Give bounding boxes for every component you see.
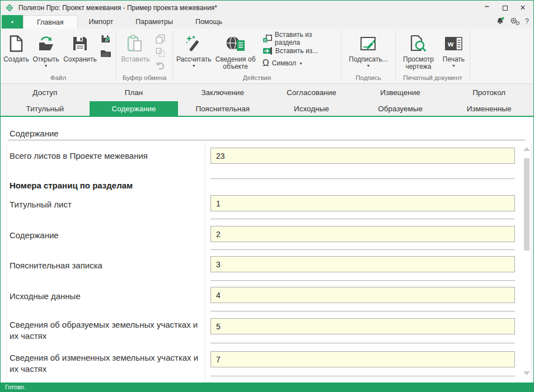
field-label: Содержание <box>10 230 204 241</box>
maximize-button[interactable] <box>498 2 512 13</box>
sign-button[interactable]: Подписать... ▼ <box>344 30 392 74</box>
doc-tab-plan[interactable]: План <box>90 84 179 101</box>
field-label: Титульный лист <box>10 199 204 210</box>
label-field-divider <box>205 143 205 380</box>
help-button[interactable]: ? <box>525 17 529 25</box>
undo-button[interactable] <box>154 59 166 72</box>
title-bar: Полигон Про: Проект межевания - Пример п… <box>1 1 533 15</box>
field-separator <box>210 249 515 250</box>
notifications-button[interactable] <box>496 17 505 25</box>
field-separator <box>210 178 515 179</box>
paste-special-button[interactable] <box>154 46 166 58</box>
new-button[interactable]: Создать <box>2 30 30 74</box>
calculate-button[interactable]: Рассчитать ▼ <box>175 30 213 74</box>
copy-button[interactable] <box>154 32 166 45</box>
folder-icon <box>100 49 111 58</box>
preview-drawing-label: Просмотр чертежа <box>397 56 439 70</box>
gears-icon <box>510 17 520 25</box>
doc-tab-zaklyuchenie[interactable]: Заключение <box>178 84 267 101</box>
open-recent-button[interactable] <box>100 47 112 59</box>
insert-from-section-button[interactable]: Вставить из раздела <box>260 32 338 45</box>
magic-wand-icon <box>185 31 202 56</box>
field-input-contents-page[interactable] <box>210 226 515 242</box>
tab-label: Помощь <box>195 18 222 26</box>
tab-label: Главная <box>37 18 64 26</box>
insert-from-button[interactable]: Вставить из... <box>260 45 338 57</box>
paste-button[interactable]: Вставить <box>118 30 153 74</box>
minimize-button[interactable]: – <box>480 2 494 13</box>
title-rule <box>8 140 525 140</box>
dropdown-arrow-icon: ▼ <box>452 63 456 68</box>
dropdown-arrow-icon: ▼ <box>299 61 303 66</box>
signature-icon <box>359 31 377 56</box>
new-button-label: Создать <box>3 56 29 63</box>
insert-from-section-label: Вставить из раздела <box>275 31 336 46</box>
settings-button[interactable] <box>510 17 520 25</box>
field-input-changed-parcels-page[interactable] <box>210 351 515 367</box>
doc-tab-izmenennye[interactable]: Измененные <box>444 101 533 116</box>
open-button[interactable]: Открыть ▼ <box>30 30 62 74</box>
menu-tab-strip: ▼ Главная Импорт Параметры Помощь ? <box>1 15 533 29</box>
tab-pomosch[interactable]: Помощь <box>184 15 233 29</box>
tab-import[interactable]: Импорт <box>78 15 125 29</box>
document-tabs-row-1: Доступ План Заключение Согласование Изве… <box>1 84 533 101</box>
sign-button-label: Подписать... <box>349 56 387 63</box>
print-button[interactable]: w Печать ▼ <box>439 30 468 74</box>
panel-left-border <box>6 143 7 380</box>
field-input-formed-parcels-page[interactable] <box>210 318 515 334</box>
file-menu-button[interactable]: ▼ <box>2 15 23 29</box>
save-as-button[interactable] <box>100 32 112 45</box>
doc-tab-soglasovanie[interactable]: Согласование <box>267 84 356 101</box>
doc-tab-izveschenie[interactable]: Извещение <box>356 84 445 101</box>
ribbon-group-print: Просмотр чертежа w П <box>396 29 470 83</box>
field-input-total-sheets[interactable] <box>210 148 515 164</box>
tab-glavnaya[interactable]: Главная <box>23 15 78 29</box>
close-button[interactable]: × <box>516 2 530 13</box>
vertical-scrollbar[interactable] <box>523 146 531 376</box>
scroll-up-arrow[interactable] <box>523 147 530 151</box>
chevron-down-icon: ▼ <box>11 20 15 24</box>
dropdown-arrow-icon: ▼ <box>44 63 48 68</box>
doc-tab-titulny[interactable]: Титульный <box>1 101 90 116</box>
dropdown-arrow-icon: ▼ <box>192 63 196 68</box>
doc-tab-poyasnitelnaya[interactable]: Пояснительная <box>178 101 267 116</box>
app-logo-icon <box>5 3 14 12</box>
symbol-button[interactable]: Ω Символ ▼ <box>260 57 338 69</box>
maximize-icon <box>503 6 508 11</box>
ribbon-group-actions: Рассчитать ▼ <box>173 29 341 83</box>
save-as-icon <box>101 34 111 44</box>
doc-tab-soderzhanie[interactable]: Содержание <box>90 101 179 116</box>
field-label: Пояснительная записка <box>10 260 204 271</box>
globe-info-icon <box>226 31 246 56</box>
field-label: Исходные данные <box>10 291 204 302</box>
scroll-thumb[interactable] <box>524 158 530 251</box>
dropdown-arrow-icon: ▼ <box>367 63 371 68</box>
doc-tab-protokol[interactable]: Протокол <box>444 84 533 101</box>
panel-right-border <box>531 143 532 380</box>
copy-icon <box>156 34 165 44</box>
doc-tab-dostup[interactable]: Доступ <box>1 84 90 101</box>
section-header: Номера страниц по разделам <box>10 181 204 190</box>
doc-tab-ishodnye[interactable]: Исходные <box>267 101 356 116</box>
field-input-explanatory-page[interactable] <box>210 256 515 272</box>
doc-tab-obrazuemye[interactable]: Образуемые <box>356 101 445 116</box>
app-window: Полигон Про: Проект межевания - Пример п… <box>0 0 534 392</box>
save-button[interactable]: Сохранить <box>62 30 99 74</box>
scroll-down-arrow[interactable] <box>523 371 530 375</box>
ribbon-group-clipboard: Вставить <box>116 29 172 83</box>
window-title: Полигон Про: Проект межевания - Пример п… <box>18 4 217 12</box>
field-label: Всего листов в Проекте межевания <box>10 150 204 162</box>
form-content: Содержание Всего листов в Проекте межева… <box>1 117 533 382</box>
tab-parametry[interactable]: Параметры <box>124 15 184 29</box>
ribbon-group-label: Буфер обмена <box>118 74 171 83</box>
undo-icon <box>155 62 165 70</box>
open-button-label: Открыть <box>32 56 59 63</box>
field-input-source-data-page[interactable] <box>210 287 515 303</box>
ribbon-group-label: Действия <box>175 74 339 83</box>
field-input-title-page[interactable] <box>210 195 515 211</box>
object-info-button[interactable]: Сведения об объекте <box>213 30 258 74</box>
paste-button-label: Вставить <box>121 56 150 63</box>
insert-from-icon <box>263 46 273 55</box>
preview-drawing-button[interactable]: Просмотр чертежа <box>397 30 439 74</box>
tab-label: Импорт <box>89 18 114 26</box>
